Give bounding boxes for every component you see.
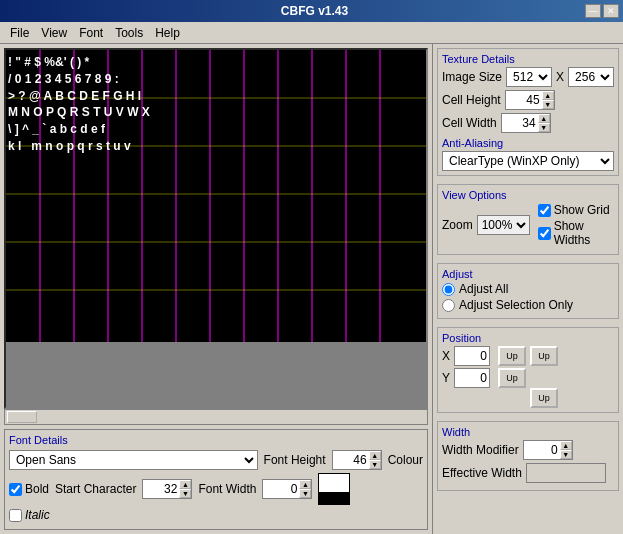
image-size-row: Image Size 51225612864 X 25651212864 (442, 67, 614, 87)
up-down-btns-left: Up Up (498, 346, 526, 388)
font-width-down[interactable]: ▼ (299, 489, 311, 498)
start-char-down[interactable]: ▼ (179, 489, 191, 498)
italic-checkbox[interactable] (9, 509, 22, 522)
italic-row: Italic (9, 508, 423, 522)
image-size-select2[interactable]: 25651212864 (568, 67, 614, 87)
cell-height-down[interactable]: ▼ (542, 100, 554, 109)
cell-width-label: Cell Width (442, 116, 497, 130)
menu-bar: File View Font Tools Help (0, 22, 623, 44)
image-size-label: Image Size (442, 70, 502, 84)
font-height-spin-btns: ▲ ▼ (369, 451, 381, 469)
start-char-spinner[interactable]: ▲ ▼ (142, 479, 192, 499)
right-panel: Texture Details Image Size 51225612864 X… (433, 44, 623, 534)
image-size-select1[interactable]: 51225612864 (506, 67, 552, 87)
up-btn-4[interactable]: Up (530, 388, 558, 408)
up-btn-3[interactable]: Up (530, 346, 558, 366)
title-bar: CBFG v1.43 — ✕ (0, 0, 623, 22)
width-modifier-input[interactable] (524, 441, 560, 459)
adjust-selection-radio[interactable] (442, 299, 455, 312)
up-btn-2[interactable]: Up (498, 368, 526, 388)
position-xy: X Y (442, 346, 490, 390)
font-height-label: Font Height (264, 453, 326, 467)
font-height-input[interactable] (333, 451, 369, 469)
bold-label: Bold (25, 482, 49, 496)
font-options-row: Bold Start Character ▲ ▼ Font Width ▲ ▼ (9, 473, 423, 505)
cell-height-spin-btns: ▲ ▼ (542, 91, 554, 109)
position-title: Position (442, 332, 614, 344)
adjust-selection-row: Adjust Selection Only (442, 298, 614, 312)
x-input[interactable] (454, 346, 490, 366)
menu-tools[interactable]: Tools (109, 24, 149, 42)
up-btn-1[interactable]: Up (498, 346, 526, 366)
menu-file[interactable]: File (4, 24, 35, 42)
title-bar-controls: — ✕ (585, 4, 619, 18)
show-grid-text: Show Grid (554, 203, 610, 217)
title-bar-title: CBFG v1.43 (44, 4, 585, 18)
anti-aliasing-label: Anti-Aliasing (442, 137, 614, 149)
cell-width-spinner[interactable]: ▲ ▼ (501, 113, 551, 133)
cell-height-up[interactable]: ▲ (542, 91, 554, 100)
font-width-spinner[interactable]: ▲ ▼ (262, 479, 312, 499)
y-row: Y (442, 368, 490, 388)
cell-width-down[interactable]: ▼ (538, 123, 550, 132)
start-char-up[interactable]: ▲ (179, 480, 191, 489)
width-modifier-spinner[interactable]: ▲ ▼ (523, 440, 573, 460)
cell-height-input[interactable] (506, 91, 542, 109)
canvas-area: ! " # $ %&' ( ) * / 0 1 2 3 4 5 6 7 8 9 … (4, 48, 428, 409)
font-height-down[interactable]: ▼ (369, 460, 381, 469)
bold-checkbox-label[interactable]: Bold (9, 482, 49, 496)
menu-view[interactable]: View (35, 24, 73, 42)
colour-box[interactable] (318, 473, 350, 505)
font-details-title: Font Details (9, 434, 423, 446)
italic-checkbox-label[interactable]: Italic (9, 508, 50, 522)
cell-height-row: Cell Height ▲ ▼ (442, 90, 614, 110)
font-height-up[interactable]: ▲ (369, 451, 381, 460)
y-input[interactable] (454, 368, 490, 388)
bold-checkbox[interactable] (9, 483, 22, 496)
font-name-select[interactable]: Open Sans Arial Verdana (9, 450, 258, 470)
up-down-btns-right: Up Up (530, 346, 558, 408)
menu-help[interactable]: Help (149, 24, 186, 42)
close-button[interactable]: ✕ (603, 4, 619, 18)
width-modifier-up[interactable]: ▲ (560, 441, 572, 450)
show-grid-checkbox[interactable] (538, 204, 551, 217)
zoom-row: Zoom 100% 50% 200% Show Grid Show Widths (442, 203, 614, 247)
width-modifier-down[interactable]: ▼ (560, 450, 572, 459)
minimize-button[interactable]: — (585, 4, 601, 18)
view-options-title: View Options (442, 189, 614, 201)
main-content: ! " # $ %&' ( ) * / 0 1 2 3 4 5 6 7 8 9 … (0, 44, 623, 534)
italic-label: Italic (25, 508, 50, 522)
show-widths-text: Show Widths (554, 219, 614, 247)
cell-width-input[interactable] (502, 114, 538, 132)
effective-width-row: Effective Width (442, 463, 614, 483)
font-height-spinner[interactable]: ▲ ▼ (332, 450, 382, 470)
adjust-all-radio[interactable] (442, 283, 455, 296)
position-controls: X Y Up Up Up Up (442, 346, 614, 408)
font-width-input[interactable] (263, 480, 299, 498)
font-width-spin-btns: ▲ ▼ (299, 480, 311, 498)
canvas-text: ! " # $ %&' ( ) * / 0 1 2 3 4 5 6 7 8 9 … (6, 50, 426, 159)
effective-width-input (526, 463, 606, 483)
show-widths-label[interactable]: Show Widths (538, 219, 614, 247)
anti-aliasing-select[interactable]: ClearType (WinXP Only) None Standard (442, 151, 614, 171)
start-char-input[interactable] (143, 480, 179, 498)
width-section: Width Width Modifier ▲ ▼ Effective Width (437, 421, 619, 491)
font-width-up[interactable]: ▲ (299, 480, 311, 489)
adjust-selection-label: Adjust Selection Only (459, 298, 573, 312)
show-widths-checkbox[interactable] (538, 227, 551, 240)
show-grid-label[interactable]: Show Grid (538, 203, 614, 217)
cell-height-label: Cell Height (442, 93, 501, 107)
colour-label: Colour (388, 453, 423, 467)
zoom-select[interactable]: 100% 50% 200% (477, 215, 530, 235)
texture-details-section: Texture Details Image Size 51225612864 X… (437, 48, 619, 176)
menu-font[interactable]: Font (73, 24, 109, 42)
width-modifier-label: Width Modifier (442, 443, 519, 457)
view-checkboxes: Show Grid Show Widths (538, 203, 614, 247)
left-panel: ! " # $ %&' ( ) * / 0 1 2 3 4 5 6 7 8 9 … (0, 44, 433, 534)
cell-width-up[interactable]: ▲ (538, 114, 550, 123)
adjust-section: Adjust Adjust All Adjust Selection Only (437, 263, 619, 319)
horizontal-scrollbar[interactable] (4, 409, 428, 425)
font-name-row: Open Sans Arial Verdana Font Height ▲ ▼ … (9, 450, 423, 470)
scrollbar-thumb[interactable] (7, 411, 37, 423)
cell-height-spinner[interactable]: ▲ ▼ (505, 90, 555, 110)
